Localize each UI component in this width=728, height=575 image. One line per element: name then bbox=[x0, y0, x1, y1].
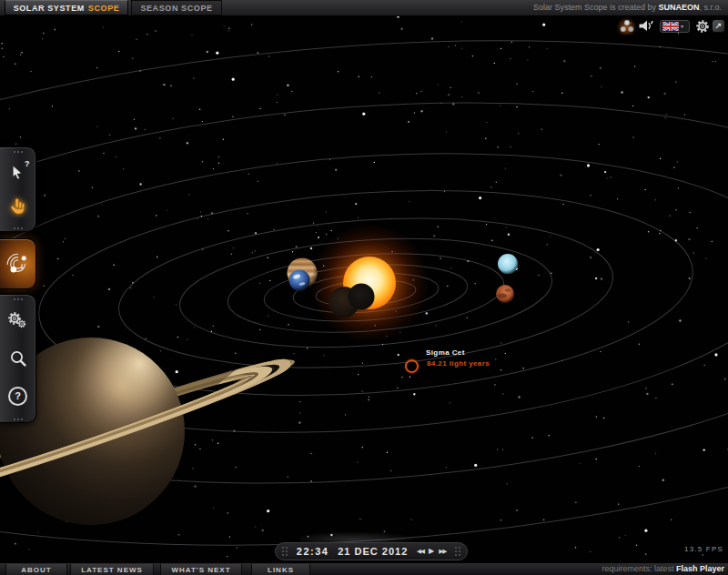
fullscreen-arrow-icon: ↗ bbox=[715, 22, 723, 30]
tab-season-scope[interactable]: SEASON SCOPE bbox=[131, 0, 222, 15]
credit-prefix: Solar System Scope is created by bbox=[533, 3, 659, 12]
gear-icon bbox=[695, 19, 710, 34]
mars[interactable] bbox=[496, 285, 514, 303]
star-name: Sigma Cet bbox=[426, 348, 465, 357]
credit-brand: SUNAEON bbox=[658, 3, 699, 12]
panel-grip[interactable] bbox=[14, 298, 23, 300]
footer-item-about[interactable]: ABOUT bbox=[5, 564, 67, 575]
requirements-flash-player: Flash Player bbox=[676, 564, 724, 573]
tab-solar-system-scope[interactable]: SOLAR SYSTEM SCOPE bbox=[5, 0, 128, 15]
cursor-question-glyph: ? bbox=[25, 159, 30, 168]
star-distance: 84.21 light years bbox=[427, 359, 490, 368]
help-glyph: ? bbox=[15, 391, 21, 401]
uk-flag-icon bbox=[662, 22, 679, 31]
tab-solar-accent-label: SCOPE bbox=[88, 4, 120, 13]
panel-grip[interactable] bbox=[14, 227, 23, 229]
earth[interactable] bbox=[289, 270, 310, 291]
timebar-grip[interactable] bbox=[455, 547, 460, 556]
sun[interactable] bbox=[309, 223, 430, 343]
search-icon bbox=[9, 349, 27, 368]
solar-system-scope-app: SOLAR SYSTEM SCOPE SEASON SCOPE Solar Sy… bbox=[0, 0, 728, 575]
tab-solar-label: SOLAR SYSTEM bbox=[14, 4, 85, 13]
panel-pointer-tools: ? bbox=[0, 146, 36, 232]
quality-button[interactable] bbox=[617, 17, 636, 35]
requirements-text: requirements: latest Flash Player bbox=[602, 563, 724, 575]
help-icon: ? bbox=[8, 387, 27, 406]
settings-tool-button[interactable] bbox=[0, 302, 36, 339]
tab-season-label: SEASON SCOPE bbox=[140, 4, 212, 13]
footer-item-whats-next[interactable]: WHAT'S NEXT bbox=[160, 564, 242, 575]
cursor-arrow-icon bbox=[10, 165, 25, 180]
play-button[interactable]: ▶ bbox=[429, 548, 434, 555]
chevron-down-icon: ▾ bbox=[681, 24, 683, 29]
timebar-grip[interactable] bbox=[282, 547, 288, 556]
help-button[interactable]: ? bbox=[0, 378, 36, 415]
panel-solar-system-view bbox=[0, 238, 36, 289]
footer-bar: ABOUT LATEST NEWS WHAT'S NEXT LINKS requ… bbox=[0, 562, 728, 575]
sound-button[interactable] bbox=[638, 19, 653, 33]
mercury-silhouette[interactable] bbox=[349, 284, 375, 310]
footer-item-links[interactable]: LINKS bbox=[251, 564, 310, 575]
hand-icon bbox=[8, 197, 27, 217]
date-display[interactable]: 21 DEC 2012 bbox=[338, 546, 408, 557]
solar-system-view-button[interactable] bbox=[0, 239, 36, 288]
panel-app-tools: ? bbox=[0, 294, 36, 423]
triangle-spheres-icon bbox=[618, 18, 636, 35]
uranus[interactable] bbox=[498, 254, 518, 274]
star-label-group: Sigma Cet 84.21 light years bbox=[403, 348, 521, 375]
time-control-bar: 22:34 21 DEC 2012 ◀◀ ▶ ▶▶ bbox=[275, 542, 468, 560]
fps-counter: 13.5 FPS bbox=[684, 545, 723, 553]
settings-button[interactable] bbox=[694, 18, 710, 34]
pan-hand-tool-button[interactable] bbox=[0, 189, 36, 224]
footer-item-latest-news[interactable]: LATEST NEWS bbox=[70, 564, 154, 575]
requirements-prefix: requirements: latest bbox=[602, 564, 676, 573]
space-scene bbox=[0, 0, 728, 575]
panel-grip[interactable] bbox=[14, 151, 23, 153]
speaker-icon bbox=[638, 19, 653, 33]
language-selector[interactable]: ▾ bbox=[660, 20, 690, 33]
select-info-tool-button[interactable]: ? bbox=[0, 155, 36, 189]
top-bar: SOLAR SYSTEM SCOPE SEASON SCOPE Solar Sy… bbox=[0, 0, 728, 16]
rewind-button[interactable]: ◀◀ bbox=[417, 549, 424, 555]
time-display[interactable]: 22:34 bbox=[297, 546, 329, 557]
playback-controls: ◀◀ ▶ ▶▶ bbox=[417, 548, 446, 555]
search-tool-button[interactable] bbox=[0, 339, 36, 377]
credit-text: Solar System Scope is created by SUNAEON… bbox=[533, 0, 722, 15]
panel-grip[interactable] bbox=[14, 419, 23, 420]
gears-icon bbox=[7, 311, 29, 330]
orbits-icon bbox=[6, 253, 29, 276]
fullscreen-button[interactable]: ↗ bbox=[712, 19, 725, 33]
credit-suffix: , s.r.o. bbox=[699, 3, 722, 12]
fast-forward-button[interactable]: ▶▶ bbox=[439, 549, 446, 555]
star-marker[interactable] bbox=[405, 359, 419, 373]
